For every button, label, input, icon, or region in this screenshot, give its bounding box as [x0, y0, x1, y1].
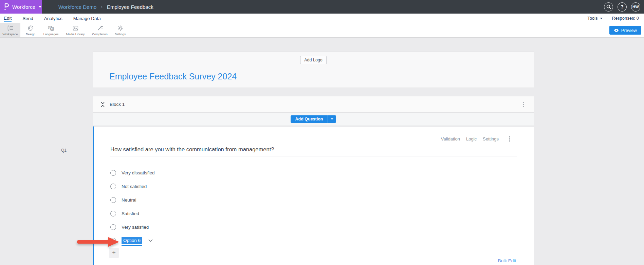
radio-button-icon[interactable] — [110, 184, 116, 189]
languages-icon: 文A — [47, 25, 55, 32]
choice-row: Very satisfied — [110, 220, 155, 234]
survey-header-card: Add Logo Employee Feedback Survey 2024 — [93, 52, 534, 88]
topbar-actions: ? HW — [604, 2, 640, 12]
choice-label[interactable]: Satisfied — [122, 211, 139, 216]
chevron-down-icon — [600, 18, 603, 19]
search-icon[interactable] — [604, 2, 613, 12]
toolbar-item-media-library[interactable]: Media Library — [61, 23, 90, 37]
top-bar: Workforce Workforce Demo › Employee Feed… — [0, 0, 644, 14]
preview-button[interactable]: Preview — [609, 26, 641, 35]
survey-title[interactable]: Employee Feedback Survey 2024 — [109, 72, 237, 81]
toolbar-item-label: Completion — [92, 33, 108, 36]
tab-send[interactable]: Send — [22, 15, 33, 22]
toolbar-item-label: Settings — [115, 33, 126, 36]
toolbar-item-settings[interactable]: Settings — [110, 23, 130, 37]
chevron-down-icon[interactable] — [148, 239, 153, 242]
add-question-strip: Add Question — [93, 113, 534, 126]
block-options-menu-icon[interactable] — [521, 100, 526, 108]
settings-gear-icon — [117, 25, 124, 32]
chevron-down-icon — [331, 118, 333, 120]
preview-label: Preview — [621, 28, 637, 33]
tab-analytics[interactable]: Analytics — [44, 15, 62, 22]
toolbar-item-workspace[interactable]: Workspace — [0, 23, 20, 37]
toolbar-item-label: Languages — [43, 33, 59, 36]
question-id-label: Q1 — [61, 148, 67, 153]
radio-button-icon[interactable] — [110, 170, 116, 176]
logic-action[interactable]: Logic — [466, 136, 477, 141]
breadcrumb-parent[interactable]: Workforce Demo — [58, 4, 96, 10]
toolbar-item-completion[interactable]: Completion — [90, 23, 110, 37]
choice-row: Satisfied — [110, 207, 155, 220]
add-question-dropdown[interactable] — [328, 115, 336, 123]
tools-menu[interactable]: Tools — [587, 16, 602, 21]
collapse-block-icon[interactable] — [100, 102, 105, 107]
design-palette-icon — [27, 25, 34, 32]
question-divider — [110, 156, 517, 156]
toolbar-item-label: Design — [26, 33, 35, 36]
block-header: Block 1 — [93, 96, 534, 113]
add-logo-button[interactable]: Add Logo — [300, 56, 327, 64]
editor-toolbar: Workspace Design 文A Languages Media Libr… — [0, 23, 644, 38]
toolbar-item-label: Workspace — [3, 33, 18, 36]
tab-edit[interactable]: Edit — [4, 15, 12, 22]
radio-button-icon[interactable] — [110, 224, 116, 230]
svg-text:A: A — [51, 28, 53, 30]
choice-row: Neutral — [110, 193, 155, 207]
tools-label: Tools — [587, 16, 597, 21]
avatar[interactable]: HW — [631, 2, 640, 12]
breadcrumb: Workforce Demo › Employee Feedback — [58, 4, 153, 10]
radio-button-icon[interactable] — [110, 211, 116, 216]
toolbar-item-design[interactable]: Design — [20, 23, 41, 37]
navbar-right: Tools Responses: 0 — [587, 16, 639, 21]
workspace-icon — [7, 25, 14, 32]
responses-count: Responses: 0 — [612, 16, 639, 21]
question-card[interactable]: Validation Logic Settings How satisfied … — [93, 126, 534, 265]
add-question-button[interactable]: Add Question — [291, 115, 328, 123]
nav-bar: Edit Send Analytics Manage Data Tools Re… — [0, 14, 644, 23]
completion-wand-icon — [96, 25, 104, 32]
toolbar-item-label: Media Library — [66, 33, 85, 36]
radio-button-icon[interactable] — [110, 197, 116, 203]
add-choice-button[interactable]: + — [109, 248, 119, 258]
help-icon[interactable]: ? — [618, 2, 627, 12]
media-library-icon — [72, 25, 79, 32]
eye-icon — [614, 29, 619, 32]
brand-menu-button[interactable]: Workforce — [0, 0, 42, 14]
choice-row: Very dissatisfied — [110, 166, 155, 179]
brand-p-logo — [4, 3, 9, 11]
breadcrumb-separator: › — [101, 4, 103, 10]
bulk-edit-link[interactable]: Bulk Edit — [498, 258, 516, 263]
choice-edit-input[interactable]: Option 6 — [122, 237, 142, 244]
chevron-down-icon — [39, 6, 41, 8]
choices-list: Very dissatisfied Not satisfied Neutral … — [110, 166, 155, 247]
breadcrumb-current: Employee Feedback — [107, 4, 153, 10]
choice-label[interactable]: Not satisfied — [122, 184, 147, 189]
choice-label[interactable]: Very dissatisfied — [122, 170, 155, 175]
block-title[interactable]: Block 1 — [110, 102, 125, 107]
tab-manage-data[interactable]: Manage Data — [73, 15, 101, 22]
choice-row: Not satisfied — [110, 179, 155, 193]
question-actions: Validation Logic Settings — [441, 135, 512, 143]
toolbar-item-languages[interactable]: 文A Languages — [41, 23, 61, 37]
add-question-split-button: Add Question — [291, 115, 336, 123]
choice-label[interactable]: Very satisfied — [122, 225, 149, 230]
question-options-menu-icon[interactable] — [507, 135, 512, 143]
question-text[interactable]: How satisfied are you with the communica… — [110, 146, 484, 153]
choice-label[interactable]: Neutral — [122, 197, 136, 203]
annotation-arrow — [76, 235, 121, 248]
brand-label: Workforce — [12, 4, 35, 10]
settings-action[interactable]: Settings — [483, 136, 499, 141]
validation-action[interactable]: Validation — [441, 136, 460, 141]
